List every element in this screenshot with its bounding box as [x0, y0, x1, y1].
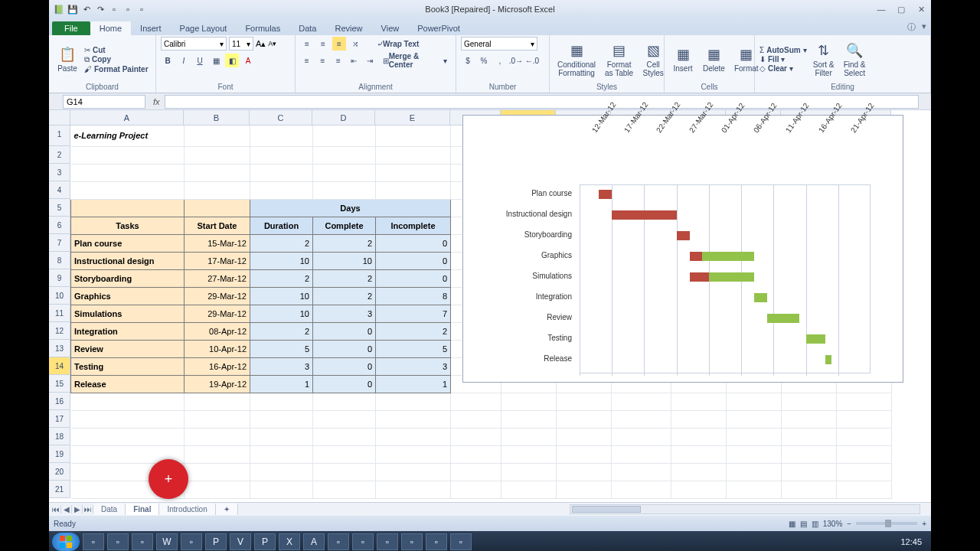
redo-icon[interactable]: ↷ [95, 4, 106, 15]
taskbar-app-5[interactable]: P [205, 533, 227, 550]
row-headers[interactable]: 123456789101112131415161718192021 [49, 126, 70, 498]
help-icon[interactable]: ⓘ [907, 21, 916, 33]
taskbar-app-15[interactable]: ▫ [450, 533, 472, 550]
taskbar-app-13[interactable]: ▫ [401, 533, 423, 550]
taskbar-app-0[interactable]: ▫ [83, 533, 104, 550]
row-header-17[interactable]: 17 [49, 410, 70, 428]
taskbar-app-14[interactable]: ▫ [426, 533, 447, 550]
taskbar-app-11[interactable]: ▫ [352, 533, 374, 550]
font-name-select[interactable]: Calibri▾ [161, 37, 227, 51]
select-all-corner[interactable] [49, 110, 70, 126]
zoom-level[interactable]: 130% [823, 520, 843, 528]
tab-page-layout[interactable]: Page Layout [171, 21, 237, 35]
row-header-1[interactable]: 1 [49, 126, 70, 146]
align-center-icon[interactable]: ≡ [316, 54, 330, 67]
worksheet[interactable]: ABCDEFGHIJKLM 12345678910111213141516171… [49, 110, 931, 502]
inc-decimal-icon[interactable]: .0→ [509, 54, 523, 67]
taskbar-app-7[interactable]: P [254, 533, 276, 550]
merge-center-button[interactable]: ⊞ Merge & Center ▾ [379, 54, 451, 67]
zoom-out-button[interactable]: − [847, 520, 851, 528]
paste-button[interactable]: 📋 Paste [54, 44, 81, 74]
tab-view[interactable]: View [372, 21, 409, 35]
row-header-20[interactable]: 20 [49, 463, 70, 481]
row-header-4[interactable]: 4 [49, 181, 70, 199]
format-painter-button[interactable]: 🖌 Format Painter [84, 65, 149, 73]
clock[interactable]: 12:45 [900, 537, 928, 546]
tab-data[interactable]: Data [289, 21, 325, 35]
name-box[interactable]: G14 [63, 95, 145, 109]
row-header-9[interactable]: 9 [49, 269, 70, 287]
orientation-icon[interactable]: ⤭ [348, 37, 362, 51]
align-bot-icon[interactable]: ≡ [332, 37, 346, 51]
font-size-select[interactable]: 11▾ [229, 37, 253, 51]
cut-button[interactable]: ✂ Cut [84, 46, 149, 54]
start-button[interactable] [52, 533, 80, 551]
delete-cells-button[interactable]: ▦Delete [700, 44, 728, 74]
border-button[interactable]: ▦ [209, 54, 223, 67]
taskbar-app-2[interactable]: ▫ [132, 533, 153, 550]
col-header-A[interactable]: A [70, 110, 184, 126]
row-header-3[interactable]: 3 [49, 164, 70, 181]
sheet-tab-introduction[interactable]: Introduction [159, 504, 215, 515]
maximize-icon[interactable]: ▢ [894, 4, 908, 15]
save-icon[interactable]: 💾 [67, 4, 78, 15]
sort-filter-button[interactable]: ⇅Sort & Filter [810, 41, 838, 79]
currency-icon[interactable]: $ [461, 54, 475, 67]
col-header-E[interactable]: E [375, 110, 450, 126]
tab-review[interactable]: Review [325, 21, 371, 35]
taskbar-app-4[interactable]: ▫ [181, 533, 202, 550]
taskbar-app-12[interactable]: ▫ [377, 533, 398, 550]
cell-styles-button[interactable]: ▧Cell Styles [639, 41, 667, 79]
indent-dec-icon[interactable]: ⇤ [348, 54, 361, 67]
tab-nav-next-icon[interactable]: ▶ [72, 505, 83, 514]
row-header-16[interactable]: 16 [49, 393, 70, 410]
row-header-15[interactable]: 15 [49, 375, 70, 393]
new-sheet-button[interactable]: ✦ [216, 504, 238, 515]
taskbar-app-9[interactable]: A [303, 533, 325, 550]
comma-icon[interactable]: , [493, 54, 507, 67]
indent-inc-icon[interactable]: ⇥ [363, 54, 377, 67]
tab-nav-last-icon[interactable]: ⏭ [83, 505, 93, 514]
font-color-button[interactable]: A [241, 54, 255, 67]
tab-nav-prev-icon[interactable]: ◀ [61, 505, 72, 514]
align-top-icon[interactable]: ≡ [300, 37, 314, 51]
taskbar-app-3[interactable]: W [156, 533, 178, 550]
file-tab[interactable]: File [52, 21, 90, 35]
fx-icon[interactable]: fx [153, 97, 160, 106]
tab-powerpivot[interactable]: PowerPivot [408, 21, 469, 35]
undo-icon[interactable]: ↶ [81, 4, 92, 15]
row-header-18[interactable]: 18 [49, 428, 70, 445]
row-header-8[interactable]: 8 [49, 252, 70, 269]
copy-button[interactable]: ⧉ Copy [84, 55, 149, 64]
row-header-21[interactable]: 21 [49, 481, 70, 498]
italic-button[interactable]: I [177, 54, 191, 67]
wrap-text-button[interactable]: ⤶ Wrap Text [373, 37, 423, 51]
autosum-button[interactable]: Σ AutoSum ▾ [760, 46, 807, 54]
taskbar-app-6[interactable]: V [230, 533, 251, 550]
shrink-font-icon[interactable]: A▾ [268, 40, 276, 47]
row-header-6[interactable]: 6 [49, 217, 70, 234]
row-header-12[interactable]: 12 [49, 322, 70, 340]
row-header-5[interactable]: 5 [49, 199, 70, 217]
align-right-icon[interactable]: ≡ [332, 54, 345, 67]
tab-formulas[interactable]: Formulas [236, 21, 289, 35]
bold-button[interactable]: B [161, 54, 175, 67]
col-header-B[interactable]: B [184, 110, 250, 126]
dec-decimal-icon[interactable]: ←.0 [525, 54, 539, 67]
taskbar-app-1[interactable]: ▫ [107, 533, 129, 550]
gantt-chart[interactable]: 12-Mar-1217-Mar-1222-Mar-1227-Mar-1201-A… [462, 115, 903, 383]
ribbon-min-icon[interactable]: ▾ [922, 21, 926, 33]
preview-icon[interactable]: ▫ [136, 4, 147, 15]
percent-icon[interactable]: % [477, 54, 491, 67]
insert-cells-button[interactable]: ▦Insert [669, 44, 697, 74]
format-as-table-button[interactable]: ▤Format as Table [602, 41, 636, 79]
row-header-7[interactable]: 7 [49, 234, 70, 252]
row-header-2[interactable]: 2 [49, 146, 70, 164]
col-header-C[interactable]: C [250, 110, 312, 126]
zoom-in-button[interactable]: + [922, 520, 926, 528]
conditional-formatting-button[interactable]: ▦Conditional Formatting [554, 41, 599, 79]
underline-button[interactable]: U [193, 54, 207, 67]
find-select-button[interactable]: 🔍Find & Select [841, 41, 869, 79]
clear-button[interactable]: ◇ Clear ▾ [760, 64, 807, 73]
number-format-select[interactable]: General▾ [461, 37, 537, 51]
